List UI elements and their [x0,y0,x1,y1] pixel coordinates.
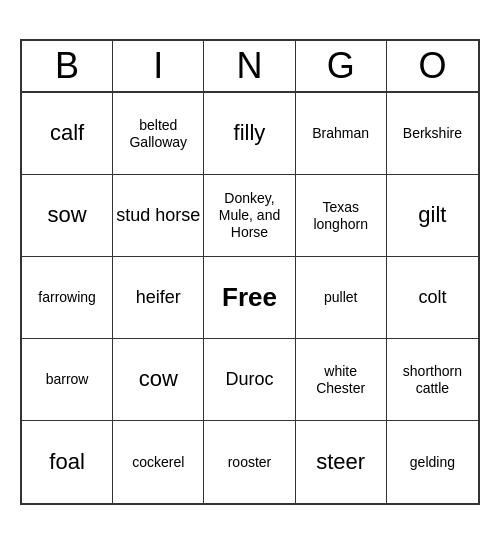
header-letter: B [22,41,113,91]
bingo-cell: steer [296,421,387,503]
bingo-grid: calfbelted GallowayfillyBrahmanBerkshire… [22,93,478,503]
bingo-cell: rooster [204,421,295,503]
bingo-card: BINGO calfbelted GallowayfillyBrahmanBer… [20,39,480,505]
header-letter: N [204,41,295,91]
bingo-cell: stud horse [113,175,204,257]
bingo-cell: Donkey, Mule, and Horse [204,175,295,257]
bingo-cell: heifer [113,257,204,339]
header-letter: O [387,41,478,91]
bingo-cell: barrow [22,339,113,421]
bingo-cell: Texas longhorn [296,175,387,257]
bingo-cell: white Chester [296,339,387,421]
bingo-cell: Duroc [204,339,295,421]
bingo-cell: Brahman [296,93,387,175]
bingo-cell: Berkshire [387,93,478,175]
bingo-cell: Free [204,257,295,339]
bingo-header: BINGO [22,41,478,93]
header-letter: G [296,41,387,91]
bingo-cell: foal [22,421,113,503]
bingo-cell: pullet [296,257,387,339]
bingo-cell: calf [22,93,113,175]
bingo-cell: farrowing [22,257,113,339]
bingo-cell: filly [204,93,295,175]
bingo-cell: shorthorn cattle [387,339,478,421]
bingo-cell: belted Galloway [113,93,204,175]
bingo-cell: cow [113,339,204,421]
header-letter: I [113,41,204,91]
bingo-cell: gilt [387,175,478,257]
bingo-cell: cockerel [113,421,204,503]
bingo-cell: colt [387,257,478,339]
bingo-cell: sow [22,175,113,257]
bingo-cell: gelding [387,421,478,503]
